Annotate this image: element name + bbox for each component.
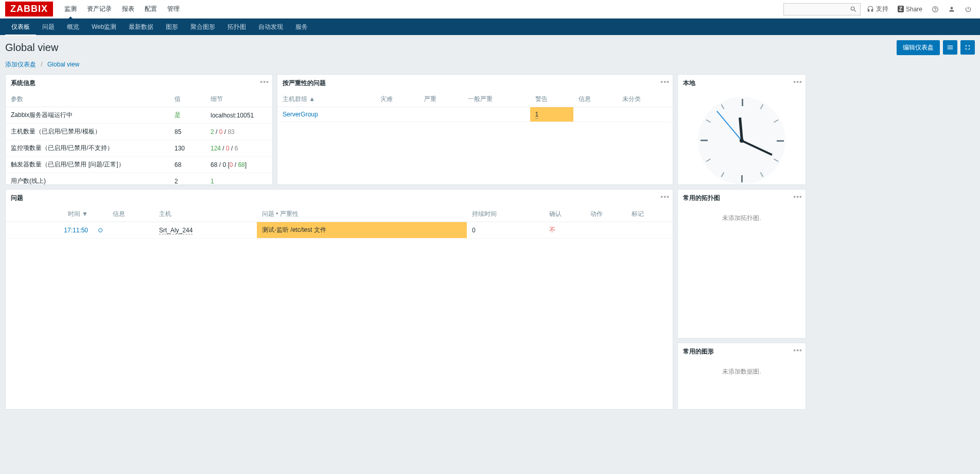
topnav-items: 监测资产记录报表配置管理 [59,0,185,19]
col-info: 信息 [108,207,154,222]
col-header: 未分类 [617,92,673,107]
widget-menu-icon[interactable]: ••• [260,78,269,86]
power-button[interactable] [961,4,975,15]
breadcrumb-add[interactable]: 添加仪表盘 [5,61,36,68]
share-button[interactable]: Z Share [895,4,925,15]
col-header: 一般严重 [463,92,530,107]
widget-graphs: ••• 常用的图形 未添加数据图. [677,343,806,410]
col-actions: 动作 [585,207,626,222]
z-badge-icon: Z [898,6,904,12]
search-input[interactable] [787,6,850,13]
brand-logo[interactable]: ZABBIX [5,2,53,16]
subnav-item[interactable]: 聚合图形 [184,18,221,36]
breadcrumb-current[interactable]: Global view [47,61,79,68]
hamburger-icon [947,44,954,51]
widget-menu-icon[interactable]: ••• [793,78,802,86]
help-button[interactable] [929,4,942,15]
col-time[interactable]: 时间 ▼ [6,207,93,222]
severity-table: 主机群组 ▲灾难严重一般严重警告信息未分类 ServerGroup1 [277,92,673,122]
topnav-item[interactable]: 报表 [117,0,139,19]
timeline-dot-icon [98,228,102,232]
col-value: 值 [169,92,205,107]
host-link[interactable]: Srt_Aly_244 [159,227,192,234]
empty-message: 未添加拓扑图. [678,207,806,230]
widget-system-info: ••• 系统信息 参数 值 细节 Zabbix服务器端运行中是localhost… [5,74,273,185]
fullscreen-button[interactable] [960,40,975,55]
power-icon [965,6,972,13]
severity-count[interactable]: 1 [535,111,539,118]
topnav-item[interactable]: 配置 [139,0,162,19]
table-row: Zabbix服务器端运行中是localhost:10051 [6,107,272,124]
expand-icon [964,44,971,51]
subnav-item[interactable]: 自动发现 [252,18,289,36]
breadcrumb: 添加仪表盘 / Global view [0,58,980,74]
col-param: 参数 [6,92,169,107]
headset-icon [867,6,874,13]
col-tags: 标记 [626,207,673,222]
problem-time-link[interactable]: 17:11:50 [64,227,88,234]
col-host: 主机 [154,207,257,222]
sysinfo-table: 参数 值 细节 Zabbix服务器端运行中是localhost:10051主机数… [6,92,272,184]
widget-menu-icon[interactable]: ••• [660,193,670,201]
widget-title: 常用的拓扑图 [678,190,806,207]
search-box[interactable] [783,3,861,15]
problem-cell[interactable]: 测试-监听 /etc/test 文件 [257,222,467,239]
subnav-item[interactable]: 最新数据 [122,18,160,36]
col-header: 警告 [530,92,574,107]
col-header: 灾难 [375,92,419,107]
user-button[interactable] [945,4,958,15]
table-row: 17:11:50Srt_Aly_244测试-监听 /etc/test 文件0不 [6,222,673,239]
widget-menu-icon[interactable]: ••• [660,78,670,86]
user-icon [948,6,955,13]
widget-menu-icon[interactable]: ••• [793,346,802,354]
subnav-item[interactable]: 图形 [160,18,184,36]
topnav-item[interactable]: 资产记录 [82,0,117,19]
ack-link[interactable]: 不 [549,226,555,233]
widget-problems: ••• 问题 时间 ▼ 信息 主机 问题 • 严重性 持续时间 确认 动作 标记… [5,189,673,410]
subnav-item[interactable]: 概览 [61,18,85,36]
table-row: 用户数(线上)21 [6,173,272,185]
table-row: 监控项数量（已启用/已禁用/不支持）130124 / 0 / 6 [6,140,272,157]
subnav-item[interactable]: 服务 [289,18,314,36]
table-row: 触发器数量（已启用/已禁用 [问题/正常]）6868 / 0 [0 / 68] [6,157,272,173]
page-header: Global view 编辑仪表盘 [0,35,980,58]
col-header: 信息 [573,92,617,107]
topnav-item[interactable]: 监测 [59,0,82,19]
col-ack: 确认 [544,207,585,222]
clock-face [698,97,785,184]
topnav-right: 支持 Z Share [783,3,975,15]
col-duration: 持续时间 [467,207,544,222]
col-header[interactable]: 主机群组 ▲ [277,92,375,107]
subnav-item[interactable]: 仪表板 [5,18,36,36]
table-row: ServerGroup1 [277,107,673,122]
col-problem-severity: 问题 • 严重性 [257,207,467,222]
subnav-item[interactable]: 拓扑图 [221,18,252,36]
widget-title: 问题 [6,190,673,207]
dashboard: ••• 系统信息 参数 值 细节 Zabbix服务器端运行中是localhost… [0,74,980,415]
edit-dashboard-button[interactable]: 编辑仪表盘 [897,40,940,55]
search-icon[interactable] [850,5,857,13]
col-detail: 细节 [205,92,272,107]
widget-title: 按严重性的问题 [277,75,673,92]
widget-title: 常用的图形 [678,343,806,360]
clock-minute-hand [741,140,773,156]
clock-second-hand [716,111,742,141]
hostgroup-link[interactable]: ServerGroup [283,111,318,118]
problems-table: 时间 ▼ 信息 主机 问题 • 严重性 持续时间 确认 动作 标记 17:11:… [6,207,673,239]
menu-button[interactable] [943,40,957,55]
support-button[interactable]: 支持 [864,3,891,15]
page-title: Global view [5,42,58,54]
sub-nav: 仪表板问题概览Web监测最新数据图形聚合图形拓扑图自动发现服务 [0,19,980,35]
topnav-item[interactable]: 管理 [162,0,185,19]
subnav-item[interactable]: Web监测 [85,18,122,36]
widget-menu-icon[interactable]: ••• [793,193,802,201]
table-row: 主机数量（已启用/已禁用/模板）852 / 0 / 83 [6,124,272,140]
widget-maps: ••• 常用的拓扑图 未添加拓扑图. [677,189,806,338]
top-nav: ZABBIX 监测资产记录报表配置管理 支持 Z Share [0,0,980,19]
widget-clock: ••• 本地 [677,74,806,185]
widget-title: 本地 [678,75,806,92]
col-header: 严重 [419,92,463,107]
clock-center [740,139,744,143]
subnav-item[interactable]: 问题 [36,18,61,36]
help-icon [932,6,939,13]
